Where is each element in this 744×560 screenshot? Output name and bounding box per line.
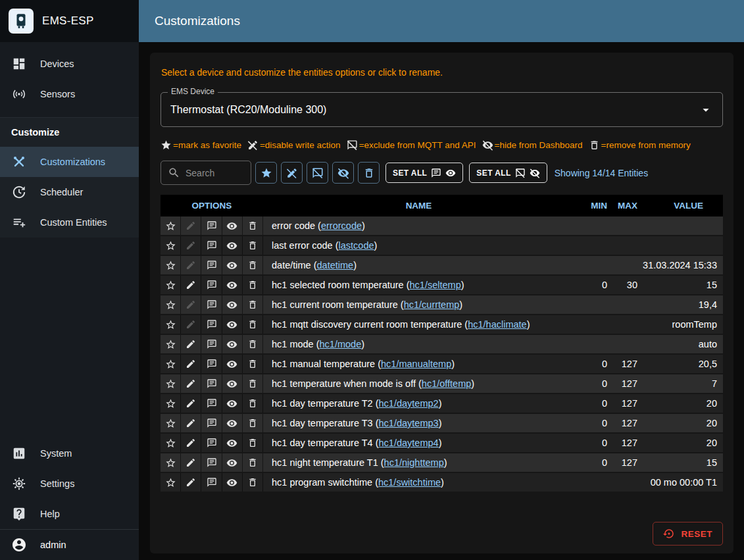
sidebar-item-help[interactable]: Help <box>0 499 139 529</box>
entity-name-cell[interactable]: hc1 mqtt discovery current room temperat… <box>263 315 574 334</box>
edit-toggle[interactable] <box>181 374 201 393</box>
mqtt-exclude-toggle[interactable] <box>201 453 222 472</box>
visibility-toggle[interactable] <box>222 434 243 452</box>
visibility-toggle[interactable] <box>222 256 243 274</box>
delete-toggle[interactable] <box>243 335 263 353</box>
mqtt-exclude-toggle[interactable] <box>201 276 222 294</box>
entity-shortname-link[interactable]: errorcode <box>321 220 362 231</box>
sidebar-item-settings[interactable]: Settings <box>0 469 139 499</box>
sidebar-item-sensors[interactable]: Sensors <box>0 79 139 109</box>
sidebar-item-system[interactable]: System <box>0 438 139 469</box>
delete-toggle[interactable] <box>243 453 263 472</box>
edit-toggle[interactable] <box>181 453 201 472</box>
favorite-toggle[interactable] <box>161 315 181 334</box>
mqtt-exclude-toggle[interactable] <box>201 374 222 393</box>
visibility-toggle[interactable] <box>222 414 243 432</box>
sidebar-item-scheduler[interactable]: Scheduler <box>0 177 139 207</box>
set-all-hide-button[interactable]: SET ALL <box>469 163 547 183</box>
sidebar-item-custom-entities[interactable]: Custom Entities <box>0 207 139 238</box>
visibility-toggle[interactable] <box>222 216 243 235</box>
favorite-toggle[interactable] <box>161 453 181 472</box>
favorite-toggle[interactable] <box>161 276 181 294</box>
delete-toggle[interactable] <box>243 315 263 334</box>
favorite-toggle[interactable] <box>161 394 181 413</box>
entity-name-cell[interactable]: hc1 mode (hc1/mode) <box>263 335 574 353</box>
entity-name-cell[interactable]: hc1 selected room temperature (hc1/selte… <box>263 276 574 294</box>
search-input[interactable] <box>186 168 244 178</box>
filter-favorite-button[interactable] <box>255 162 277 184</box>
visibility-toggle[interactable] <box>222 315 243 334</box>
entity-shortname-link[interactable]: lastcode <box>339 240 374 251</box>
visibility-toggle[interactable] <box>222 473 243 492</box>
delete-toggle[interactable] <box>243 473 263 492</box>
delete-toggle[interactable] <box>243 236 263 255</box>
favorite-toggle[interactable] <box>161 434 181 452</box>
visibility-toggle[interactable] <box>222 276 243 294</box>
mqtt-exclude-toggle[interactable] <box>201 315 222 334</box>
edit-toggle[interactable] <box>181 355 201 373</box>
entity-shortname-link[interactable]: hc1/currtemp <box>404 299 460 310</box>
ems-device-select[interactable]: EMS Device Thermostat (RC20/Moduline 300… <box>161 92 723 127</box>
edit-toggle[interactable] <box>181 335 201 353</box>
entity-name-cell[interactable]: hc1 day temperature T3 (hc1/daytemp3) <box>263 414 574 432</box>
entity-name-cell[interactable]: date/time (datetime) <box>263 256 574 274</box>
favorite-toggle[interactable] <box>161 256 181 274</box>
filter-mqtt-button[interactable] <box>307 162 328 184</box>
visibility-toggle[interactable] <box>222 295 243 314</box>
entity-shortname-link[interactable]: datetime <box>317 260 354 270</box>
mqtt-exclude-toggle[interactable] <box>201 256 222 274</box>
favorite-toggle[interactable] <box>161 355 181 373</box>
delete-toggle[interactable] <box>243 276 263 294</box>
entity-shortname-link[interactable]: hc1/nighttemp <box>384 457 444 468</box>
entity-name-cell[interactable]: last error code (lastcode) <box>263 236 574 255</box>
visibility-toggle[interactable] <box>222 453 243 472</box>
entity-shortname-link[interactable]: hc1/daytemp2 <box>379 398 439 409</box>
delete-toggle[interactable] <box>243 414 263 432</box>
delete-toggle[interactable] <box>243 355 263 373</box>
entity-name-cell[interactable]: error code (errorcode) <box>263 216 574 235</box>
entity-shortname-link[interactable]: hc1/haclimate <box>468 319 526 330</box>
edit-toggle[interactable] <box>181 315 201 334</box>
reset-button[interactable]: RESET <box>653 522 723 546</box>
mqtt-exclude-toggle[interactable] <box>201 236 222 255</box>
mqtt-exclude-toggle[interactable] <box>201 295 222 314</box>
edit-toggle[interactable] <box>181 434 201 452</box>
favorite-toggle[interactable] <box>161 236 181 255</box>
entity-name-cell[interactable]: hc1 current room temperature (hc1/currte… <box>263 295 574 314</box>
delete-toggle[interactable] <box>243 216 263 235</box>
mqtt-exclude-toggle[interactable] <box>201 473 222 492</box>
mqtt-exclude-toggle[interactable] <box>201 335 222 353</box>
mqtt-exclude-toggle[interactable] <box>201 394 222 413</box>
visibility-toggle[interactable] <box>222 335 243 353</box>
visibility-toggle[interactable] <box>222 394 243 413</box>
mqtt-exclude-toggle[interactable] <box>201 414 222 432</box>
edit-toggle[interactable] <box>181 276 201 294</box>
delete-toggle[interactable] <box>243 295 263 314</box>
mqtt-exclude-toggle[interactable] <box>201 216 222 235</box>
entity-shortname-link[interactable]: hc1/daytemp4 <box>379 438 439 448</box>
edit-toggle[interactable] <box>181 216 201 235</box>
mqtt-exclude-toggle[interactable] <box>201 355 222 373</box>
visibility-toggle[interactable] <box>222 374 243 393</box>
favorite-toggle[interactable] <box>161 295 181 314</box>
sidebar-item-devices[interactable]: Devices <box>0 49 139 79</box>
edit-toggle[interactable] <box>181 473 201 492</box>
entity-shortname-link[interactable]: hc1/offtemp <box>422 378 472 389</box>
entity-shortname-link[interactable]: hc1/seltemp <box>410 280 461 290</box>
favorite-toggle[interactable] <box>161 216 181 235</box>
entity-name-cell[interactable]: hc1 day temperature T4 (hc1/daytemp4) <box>263 434 574 452</box>
delete-toggle[interactable] <box>243 374 263 393</box>
set-all-show-button[interactable]: SET ALL <box>385 163 463 183</box>
filter-visibility-button[interactable] <box>332 162 354 184</box>
favorite-toggle[interactable] <box>161 335 181 353</box>
visibility-toggle[interactable] <box>222 236 243 255</box>
edit-toggle[interactable] <box>181 236 201 255</box>
entity-shortname-link[interactable]: hc1/manualtemp <box>381 359 451 369</box>
entity-shortname-link[interactable]: hc1/daytemp3 <box>379 418 439 428</box>
delete-toggle[interactable] <box>243 256 263 274</box>
favorite-toggle[interactable] <box>161 414 181 432</box>
filter-write-button[interactable] <box>281 162 303 184</box>
edit-toggle[interactable] <box>181 414 201 432</box>
edit-toggle[interactable] <box>181 394 201 413</box>
entity-name-cell[interactable]: hc1 night temperature T1 (hc1/nighttemp) <box>263 453 574 472</box>
